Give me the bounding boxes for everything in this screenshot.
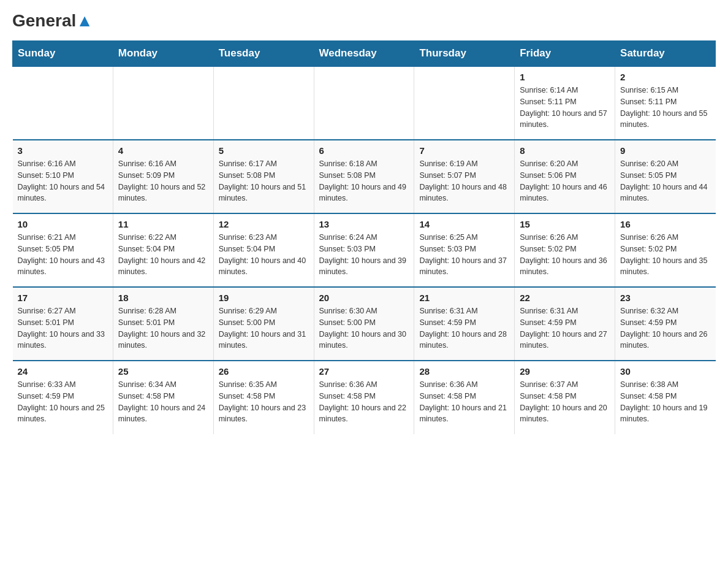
day-info: Sunrise: 6:16 AMSunset: 5:09 PMDaylight:… [118, 158, 208, 204]
day-info: Sunrise: 6:30 AMSunset: 5:00 PMDaylight:… [319, 305, 409, 351]
day-info: Sunrise: 6:31 AMSunset: 4:59 PMDaylight:… [419, 305, 509, 351]
day-number: 30 [620, 366, 710, 377]
day-info: Sunrise: 6:31 AMSunset: 4:59 PMDaylight:… [520, 305, 610, 351]
day-info: Sunrise: 6:28 AMSunset: 5:01 PMDaylight:… [118, 305, 208, 351]
day-number: 13 [319, 219, 409, 229]
day-number: 18 [118, 293, 208, 303]
calendar-cell: 24Sunrise: 6:33 AMSunset: 4:59 PMDayligh… [13, 361, 113, 434]
weekday-header-row: SundayMondayTuesdayWednesdayThursdayFrid… [13, 41, 716, 67]
day-number: 11 [118, 219, 208, 229]
weekday-header-thursday: Thursday [414, 41, 515, 67]
calendar-cell: 18Sunrise: 6:28 AMSunset: 5:01 PMDayligh… [113, 287, 213, 361]
calendar-cell [314, 66, 414, 140]
week-row-1: 1Sunrise: 6:14 AMSunset: 5:11 PMDaylight… [13, 66, 716, 140]
calendar-cell: 10Sunrise: 6:21 AMSunset: 5:05 PMDayligh… [13, 213, 113, 287]
weekday-header-sunday: Sunday [13, 41, 113, 67]
day-info: Sunrise: 6:37 AMSunset: 4:58 PMDaylight:… [520, 379, 610, 425]
day-info: Sunrise: 6:20 AMSunset: 5:06 PMDaylight:… [520, 158, 610, 204]
weekday-header-saturday: Saturday [615, 41, 716, 67]
day-number: 9 [620, 145, 710, 156]
calendar-cell [113, 66, 213, 140]
calendar-cell: 22Sunrise: 6:31 AMSunset: 4:59 PMDayligh… [515, 287, 615, 361]
page-header: General▲ [12, 12, 716, 28]
calendar-cell: 26Sunrise: 6:35 AMSunset: 4:58 PMDayligh… [213, 361, 314, 434]
day-number: 26 [219, 366, 309, 377]
day-info: Sunrise: 6:26 AMSunset: 5:02 PMDaylight:… [520, 232, 610, 278]
day-number: 28 [419, 366, 509, 377]
day-number: 29 [520, 366, 610, 377]
day-info: Sunrise: 6:26 AMSunset: 5:02 PMDaylight:… [620, 232, 710, 278]
day-number: 19 [219, 293, 309, 303]
day-info: Sunrise: 6:36 AMSunset: 4:58 PMDaylight:… [419, 379, 509, 425]
logo: General▲ [12, 12, 93, 28]
day-number: 15 [520, 219, 610, 229]
week-row-5: 24Sunrise: 6:33 AMSunset: 4:59 PMDayligh… [13, 361, 716, 434]
weekday-header-tuesday: Tuesday [213, 41, 314, 67]
day-info: Sunrise: 6:25 AMSunset: 5:03 PMDaylight:… [419, 232, 509, 278]
day-info: Sunrise: 6:23 AMSunset: 5:04 PMDaylight:… [219, 232, 309, 278]
calendar-cell: 16Sunrise: 6:26 AMSunset: 5:02 PMDayligh… [615, 213, 716, 287]
calendar-cell: 17Sunrise: 6:27 AMSunset: 5:01 PMDayligh… [13, 287, 113, 361]
calendar-cell: 23Sunrise: 6:32 AMSunset: 4:59 PMDayligh… [615, 287, 716, 361]
day-info: Sunrise: 6:20 AMSunset: 5:05 PMDaylight:… [620, 158, 710, 204]
day-number: 23 [620, 293, 710, 303]
calendar-cell [13, 66, 113, 140]
day-number: 2 [620, 72, 710, 82]
day-number: 3 [18, 145, 108, 156]
day-number: 21 [419, 293, 509, 303]
calendar-cell: 11Sunrise: 6:22 AMSunset: 5:04 PMDayligh… [113, 213, 213, 287]
week-row-3: 10Sunrise: 6:21 AMSunset: 5:05 PMDayligh… [13, 213, 716, 287]
day-number: 27 [319, 366, 409, 377]
day-info: Sunrise: 6:35 AMSunset: 4:58 PMDaylight:… [219, 379, 309, 425]
day-info: Sunrise: 6:22 AMSunset: 5:04 PMDaylight:… [118, 232, 208, 278]
day-number: 12 [219, 219, 309, 229]
day-number: 17 [18, 293, 108, 303]
day-info: Sunrise: 6:19 AMSunset: 5:07 PMDaylight:… [419, 158, 509, 204]
week-row-4: 17Sunrise: 6:27 AMSunset: 5:01 PMDayligh… [13, 287, 716, 361]
day-number: 16 [620, 219, 710, 229]
calendar-cell: 27Sunrise: 6:36 AMSunset: 4:58 PMDayligh… [314, 361, 414, 434]
calendar-cell: 8Sunrise: 6:20 AMSunset: 5:06 PMDaylight… [515, 140, 615, 213]
day-info: Sunrise: 6:34 AMSunset: 4:58 PMDaylight:… [118, 379, 208, 425]
day-number: 14 [419, 219, 509, 229]
calendar-cell: 12Sunrise: 6:23 AMSunset: 5:04 PMDayligh… [213, 213, 314, 287]
day-info: Sunrise: 6:18 AMSunset: 5:08 PMDaylight:… [319, 158, 409, 204]
day-info: Sunrise: 6:17 AMSunset: 5:08 PMDaylight:… [219, 158, 309, 204]
calendar-cell [213, 66, 314, 140]
day-info: Sunrise: 6:14 AMSunset: 5:11 PMDaylight:… [520, 85, 610, 131]
calendar-cell: 2Sunrise: 6:15 AMSunset: 5:11 PMDaylight… [615, 66, 716, 140]
day-info: Sunrise: 6:27 AMSunset: 5:01 PMDaylight:… [18, 305, 108, 351]
day-number: 8 [520, 145, 610, 156]
calendar-table: SundayMondayTuesdayWednesdayThursdayFrid… [12, 40, 716, 434]
day-number: 20 [319, 293, 409, 303]
day-number: 1 [520, 72, 610, 82]
day-number: 5 [219, 145, 309, 156]
weekday-header-wednesday: Wednesday [314, 41, 414, 67]
calendar-cell: 20Sunrise: 6:30 AMSunset: 5:00 PMDayligh… [314, 287, 414, 361]
weekday-header-friday: Friday [515, 41, 615, 67]
weekday-header-monday: Monday [113, 41, 213, 67]
logo-top: General▲ [12, 12, 93, 29]
day-info: Sunrise: 6:29 AMSunset: 5:00 PMDaylight:… [219, 305, 309, 351]
calendar-cell: 5Sunrise: 6:17 AMSunset: 5:08 PMDaylight… [213, 140, 314, 213]
calendar-cell [414, 66, 515, 140]
calendar-cell: 1Sunrise: 6:14 AMSunset: 5:11 PMDaylight… [515, 66, 615, 140]
calendar-cell: 28Sunrise: 6:36 AMSunset: 4:58 PMDayligh… [414, 361, 515, 434]
day-number: 4 [118, 145, 208, 156]
calendar-cell: 19Sunrise: 6:29 AMSunset: 5:00 PMDayligh… [213, 287, 314, 361]
day-info: Sunrise: 6:32 AMSunset: 4:59 PMDaylight:… [620, 305, 710, 351]
calendar-cell: 30Sunrise: 6:38 AMSunset: 4:58 PMDayligh… [615, 361, 716, 434]
day-number: 24 [18, 366, 108, 377]
day-number: 10 [18, 219, 108, 229]
calendar-cell: 25Sunrise: 6:34 AMSunset: 4:58 PMDayligh… [113, 361, 213, 434]
day-number: 7 [419, 145, 509, 156]
calendar-cell: 15Sunrise: 6:26 AMSunset: 5:02 PMDayligh… [515, 213, 615, 287]
calendar-cell: 29Sunrise: 6:37 AMSunset: 4:58 PMDayligh… [515, 361, 615, 434]
calendar-cell: 6Sunrise: 6:18 AMSunset: 5:08 PMDaylight… [314, 140, 414, 213]
calendar-cell: 3Sunrise: 6:16 AMSunset: 5:10 PMDaylight… [13, 140, 113, 213]
day-info: Sunrise: 6:21 AMSunset: 5:05 PMDaylight:… [18, 232, 108, 278]
calendar-cell: 21Sunrise: 6:31 AMSunset: 4:59 PMDayligh… [414, 287, 515, 361]
day-info: Sunrise: 6:24 AMSunset: 5:03 PMDaylight:… [319, 232, 409, 278]
calendar-cell: 4Sunrise: 6:16 AMSunset: 5:09 PMDaylight… [113, 140, 213, 213]
day-info: Sunrise: 6:16 AMSunset: 5:10 PMDaylight:… [18, 158, 108, 204]
